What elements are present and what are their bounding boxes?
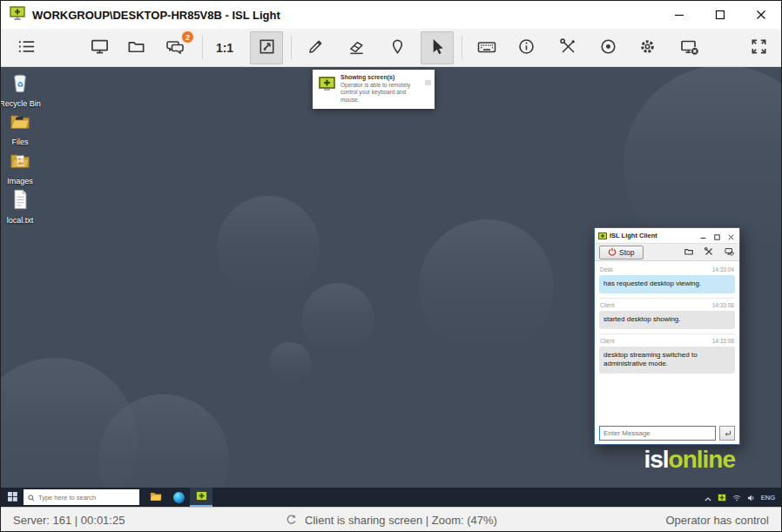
eraser-button[interactable]	[340, 31, 373, 64]
scale-1-1-button[interactable]: 1:1	[208, 31, 241, 64]
minimize-button[interactable]	[658, 1, 699, 29]
main-toolbar: 2 1:1	[1, 29, 781, 67]
client-titlebar: ISL Light Client	[595, 228, 739, 243]
cursor-arrow-icon	[428, 37, 448, 59]
pencil-icon	[306, 37, 326, 59]
recycle-bin-icon: ♻	[9, 71, 31, 98]
showing-screens-notification: Showing screen(s) Operator is able to re…	[313, 70, 435, 109]
isl-taskbar-icon	[196, 491, 207, 504]
system-tray: ENG	[704, 489, 781, 505]
fullscreen-button[interactable]	[742, 31, 775, 64]
keyboard-button[interactable]	[470, 31, 503, 64]
desktop-icon-images[interactable]: Images	[1, 149, 39, 185]
message-text: has requested desktop viewing.	[599, 275, 735, 293]
client-app-icon	[598, 228, 607, 244]
wallpaper-circle	[269, 342, 311, 384]
disconnect-button[interactable]	[673, 31, 706, 64]
toolbar-divider	[202, 36, 203, 59]
isl-monitor-icon	[319, 77, 335, 95]
gear-icon	[637, 37, 657, 59]
taskbar-search-input[interactable]	[38, 494, 135, 502]
fit-to-screen-button[interactable]	[250, 31, 283, 64]
keyboard-icon	[476, 37, 497, 60]
maximize-button[interactable]	[699, 1, 740, 29]
admin-tools-button[interactable]	[551, 31, 584, 64]
desktop-icon-recycle-bin[interactable]: ♻ Recycle Bin	[1, 71, 39, 108]
tray-isl-icon[interactable]	[718, 489, 726, 505]
file-explorer-icon	[150, 491, 162, 504]
close-button[interactable]	[740, 1, 781, 29]
file-transfer-button[interactable]	[119, 31, 152, 64]
client-minimize-button[interactable]	[700, 228, 706, 244]
desktop-view-button[interactable]	[83, 31, 116, 64]
window-controls	[658, 1, 781, 29]
client-tools-icon[interactable]	[704, 245, 714, 260]
taskbar-isl-light[interactable]	[190, 488, 212, 507]
client-close-button[interactable]	[728, 228, 734, 244]
client-screen-settings-icon[interactable]	[724, 245, 735, 260]
return-arrow-icon	[724, 427, 731, 440]
isl-light-window: WORKGROUP\DESKTOP-HR85V8B - ISL Light	[0, 0, 782, 532]
remote-desktop-view[interactable]: ♻ Recycle Bin Files	[1, 67, 781, 507]
control-status: Operator has control	[665, 514, 769, 527]
taskbar-file-explorer[interactable]	[145, 488, 167, 507]
tray-language-label[interactable]: ENG	[761, 494, 775, 502]
notification-menu-icon[interactable]	[425, 73, 431, 89]
send-message-button[interactable]	[719, 426, 735, 441]
stop-button[interactable]: Stop	[599, 246, 644, 259]
tray-volume-icon[interactable]	[747, 489, 755, 505]
select-cursor-button[interactable]	[421, 31, 454, 64]
tray-network-icon[interactable]	[732, 489, 741, 505]
wallpaper-circle	[419, 219, 554, 354]
tools-icon	[558, 37, 578, 59]
chat-message-list[interactable]: Desk 14:33:04 has requested desktop view…	[595, 261, 739, 421]
settings-button[interactable]	[630, 31, 664, 64]
chat-button[interactable]: 2	[158, 31, 192, 64]
client-toolbar-icons	[684, 245, 735, 260]
taskbar-search-box[interactable]	[24, 489, 139, 505]
window-title: WORKGROUP\DESKTOP-HR85V8B - ISL Light	[32, 9, 280, 22]
info-icon	[516, 37, 536, 59]
client-toolbar: Stop	[595, 243, 739, 261]
client-folder-icon[interactable]	[684, 245, 694, 260]
monitor-icon	[90, 37, 110, 59]
tray-chevron-up-icon[interactable]	[704, 489, 711, 505]
folder-icon	[126, 37, 146, 59]
toolbar-divider	[462, 36, 462, 59]
desktop-icon-files[interactable]: Files	[1, 110, 39, 146]
chat-unread-badge: 2	[181, 30, 194, 44]
taskbar-edge[interactable]	[167, 488, 190, 507]
windows-logo-icon	[8, 491, 17, 504]
start-button[interactable]	[1, 488, 24, 507]
message-time: 14:33:08	[712, 302, 734, 308]
client-window-controls	[700, 228, 736, 244]
isl-light-client-window: ISL Light Client Stop	[594, 227, 740, 445]
remote-taskbar: ENG	[1, 488, 781, 507]
server-session-info: Server: 161 | 00:01:25	[13, 514, 125, 527]
pointer-marker-button[interactable]	[381, 31, 414, 64]
statusbar: Server: 161 | 00:01:25 Client is sharing…	[1, 507, 781, 532]
files-folder-icon	[9, 110, 31, 136]
power-stop-icon	[608, 247, 617, 258]
record-button[interactable]	[591, 31, 624, 64]
record-icon	[598, 37, 618, 59]
session-info-button[interactable]	[509, 31, 543, 64]
menu-list-icon	[17, 37, 37, 59]
menu-button[interactable]	[10, 31, 43, 64]
islonline-logo: islonline	[644, 446, 735, 474]
notification-body: Operator is able to remotely control you…	[340, 82, 426, 104]
scale-1-1-label: 1:1	[216, 41, 233, 55]
images-folder-icon	[9, 149, 31, 175]
desktop-icon-local-txt[interactable]: local.txt	[1, 188, 39, 225]
titlebar: WORKGROUP\DESKTOP-HR85V8B - ISL Light	[1, 1, 781, 29]
fullscreen-expand-icon	[749, 37, 769, 59]
message-text: started desktop showing.	[599, 311, 735, 329]
client-window-title: ISL Light Client	[610, 232, 657, 239]
chat-message-input[interactable]	[599, 426, 716, 441]
client-maximize-button[interactable]	[714, 228, 720, 244]
refresh-sync-icon	[285, 513, 298, 529]
notification-title: Showing screen(s)	[340, 74, 426, 80]
pin-icon	[388, 37, 408, 59]
draw-pen-button[interactable]	[299, 31, 332, 64]
text-file-icon	[9, 188, 31, 214]
